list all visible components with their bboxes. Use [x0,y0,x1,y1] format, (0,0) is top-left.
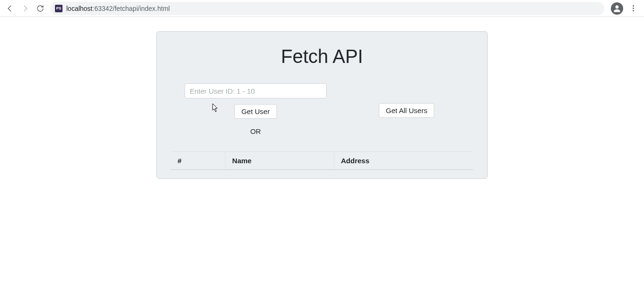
table-header-address: Address [334,152,474,170]
get-all-users-button[interactable]: Get All Users [379,103,435,118]
url-path: :63342/fetchapi/index.html [92,5,170,12]
single-user-column: Get User OR [171,83,340,135]
forward-icon[interactable] [21,4,29,13]
page-title: Fetch API [171,46,473,67]
browser-toolbar: PS localhost:63342/fetchapi/index.html [0,0,644,17]
browser-right-icons [608,2,640,15]
table-header-name: Name [225,152,334,170]
table-header-id: # [171,152,225,170]
back-icon[interactable] [6,4,14,13]
profile-icon[interactable] [611,2,623,15]
main-card: Fetch API Get User OR Get All Users # Na… [156,31,488,179]
reload-icon[interactable] [36,4,45,13]
table-header-row: # Name Address [171,152,473,170]
page-content: Fetch API Get User OR Get All Users # Na… [0,17,644,179]
user-id-input[interactable] [185,83,327,98]
or-divider: OR [250,127,261,135]
users-table: # Name Address [171,151,473,170]
get-user-button[interactable]: Get User [234,104,277,119]
controls-row: Get User OR Get All Users [171,83,473,135]
nav-buttons [4,4,46,13]
all-users-column: Get All Users [340,83,473,118]
address-bar[interactable]: PS localhost:63342/fetchapi/index.html [50,2,604,15]
url-host: localhost [66,5,92,12]
favicon-icon: PS [55,5,63,12]
kebab-menu-icon[interactable] [629,4,637,13]
svg-point-0 [616,5,619,9]
url-text: localhost:63342/fetchapi/index.html [66,5,170,12]
